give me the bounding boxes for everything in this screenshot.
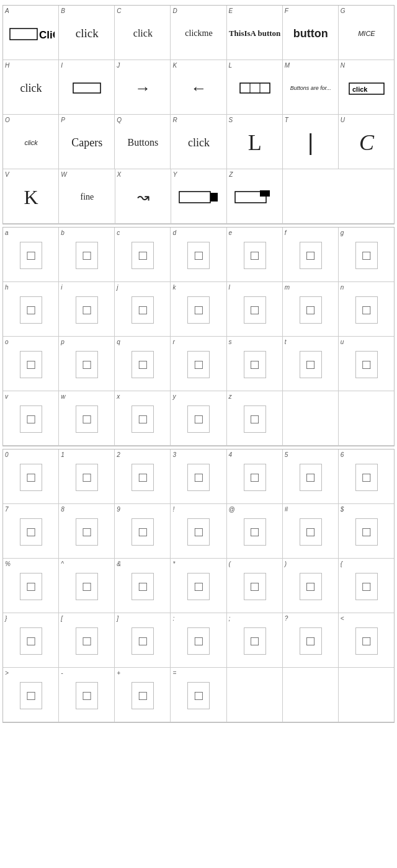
cell-percent: % □	[3, 559, 59, 613]
glyph-amp: □	[132, 573, 154, 600]
cell-s: s □	[227, 337, 283, 391]
cell-Z: Z	[227, 169, 283, 224]
cell-gt: > □	[3, 668, 59, 722]
cell-hash: # □	[283, 504, 339, 559]
glyph-s: □	[244, 351, 266, 378]
glyph-rparen: □	[300, 573, 322, 600]
cell-c: c □	[115, 228, 171, 282]
svg-text:click: click	[352, 86, 368, 93]
cell-empty-n2	[283, 668, 339, 722]
glyph-Y-svg	[178, 189, 220, 205]
glyph-hash: □	[300, 518, 322, 546]
glyph-d: □	[187, 242, 210, 269]
cell-semicolon: ; □	[227, 613, 283, 668]
glyph-1: □	[76, 464, 98, 491]
glyph-8: □	[76, 518, 98, 546]
glyph-B: click	[76, 27, 99, 40]
lowercase-section: a □ b □ c □ d □ e □ f □ g □ h □	[2, 227, 395, 446]
numbers-row-2: 7 □ 8 □ 9 □ ! □ @ □ # □ $ □	[3, 504, 394, 559]
cell-S: S L	[227, 115, 283, 169]
cell-8: 8 □	[59, 504, 115, 559]
cell-dollar: $ □	[339, 504, 394, 559]
cell-W: W fine	[59, 169, 115, 224]
svg-rect-11	[260, 190, 270, 197]
cell-caret: ^ □	[59, 559, 115, 613]
cell-Y: Y	[171, 169, 227, 224]
cell-7: 7 □	[3, 504, 59, 559]
glyph-b: □	[76, 242, 98, 269]
glyph-i: □	[76, 296, 98, 324]
glyph-equals: □	[187, 682, 210, 709]
glyph-l: □	[244, 296, 266, 324]
glyph-7: □	[20, 518, 42, 546]
glyph-5: □	[300, 464, 322, 491]
cell-at: @ □	[227, 504, 283, 559]
cell-amp: & □	[115, 559, 171, 613]
glyph-x: □	[132, 405, 154, 433]
cell-empty2	[339, 169, 394, 224]
cell-U: U C	[339, 115, 394, 169]
glyph-w: □	[76, 405, 98, 433]
glyph-j: □	[132, 296, 154, 324]
glyph-I-svg	[72, 81, 102, 95]
glyph-y: □	[187, 405, 210, 433]
glyph-rbrace: □	[20, 627, 42, 655]
glyph-J: →	[135, 79, 151, 98]
glyph-T: |	[308, 130, 313, 156]
cell-o: o □	[3, 337, 59, 391]
cell-q: q □	[115, 337, 171, 391]
cell-empty-n3	[339, 668, 394, 722]
glyph-lbracket: □	[76, 627, 98, 655]
glyph-H: click	[20, 82, 42, 95]
glyph-V: K	[24, 186, 38, 209]
glyph-E: ThisIsA button	[229, 29, 280, 38]
cell-E: E ThisIsA button	[227, 6, 283, 60]
glyph-lparen: □	[244, 573, 266, 600]
cell-l: l □	[227, 282, 283, 337]
glyph-G: MICE	[358, 30, 375, 37]
cell-h: h □	[3, 282, 59, 337]
cell-B: B click	[59, 6, 115, 60]
cell-K: K ←	[171, 60, 226, 115]
glyph-gt: □	[20, 682, 42, 709]
glyph-q: □	[132, 351, 154, 378]
glyph-v: □	[20, 405, 42, 433]
numbers-row-3: % □ ^ □ & □ * □ ( □ ) □ { □	[3, 559, 394, 613]
glyph-S: L	[248, 130, 262, 156]
cell-9: 9 □	[115, 504, 171, 559]
glyph-t: □	[300, 351, 322, 378]
svg-rect-9	[210, 193, 218, 202]
cell-M: M Buttons are for...	[283, 60, 339, 115]
cell-equals: = □	[171, 668, 226, 722]
numbers-row-4: } □ [ □ ] □ : □ ; □ ? □ < □	[3, 613, 394, 668]
cell-w: w □	[59, 391, 115, 446]
cell-lbrace: { □	[339, 559, 394, 613]
cell-z: z □	[227, 391, 283, 446]
cell-D: D clickme	[171, 6, 226, 60]
cell-lbracket: [ □	[59, 613, 115, 668]
numbers-row-1: 0 □ 1 □ 2 □ 3 □ 4 □ 5 □ 6 □	[3, 450, 394, 504]
cell-f: f □	[283, 228, 339, 282]
glyph-C: click	[133, 28, 153, 39]
cell-t: t □	[283, 337, 339, 391]
cell-plus: + □	[115, 668, 171, 722]
cell-e: e □	[227, 228, 283, 282]
cell-H: H click	[3, 60, 59, 115]
cell-k: k □	[171, 282, 226, 337]
glyph-P: Capers	[71, 136, 102, 149]
glyph-colon: □	[187, 627, 210, 655]
cell-v: v □	[3, 391, 59, 446]
cell-N: N click	[339, 60, 394, 115]
glyph-0: □	[20, 464, 42, 491]
cell-J: J →	[115, 60, 171, 115]
cell-1: 1 □	[59, 450, 115, 504]
uppercase-row-4: V K W fine X ↝ Y	[3, 169, 394, 224]
cell-p: p □	[59, 337, 115, 391]
cell-j: j □	[115, 282, 171, 337]
cell-m: m □	[283, 282, 339, 337]
cell-T: T |	[283, 115, 339, 169]
glyph-6: □	[355, 464, 378, 491]
cell-lt: < □	[339, 613, 394, 668]
cell-3: 3 □	[171, 450, 226, 504]
cell-lparen: ( □	[227, 559, 283, 613]
